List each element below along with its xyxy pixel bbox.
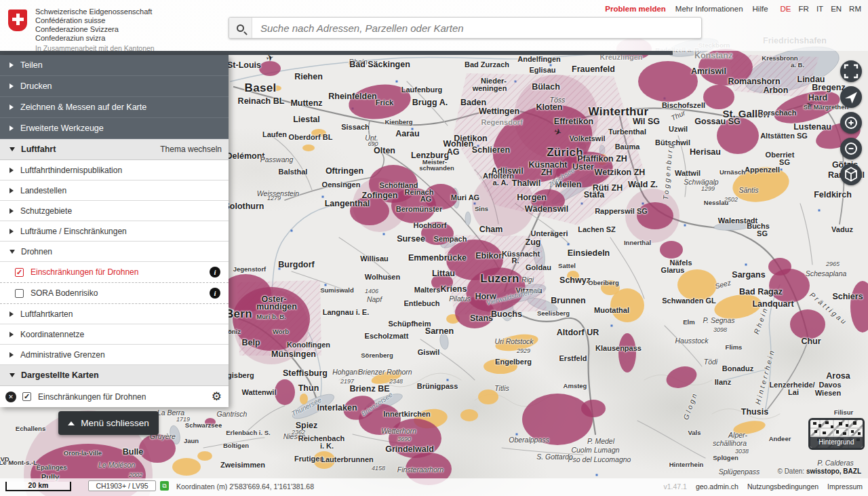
footer-link-geoadmin[interactable]: geo.admin.ch xyxy=(696,482,738,491)
map-label: Muri b. B. xyxy=(256,313,285,320)
map-label: Lustenau xyxy=(793,123,831,132)
catalog-item-3[interactable]: Lufträume / Einschränkungen xyxy=(0,221,229,242)
footer-links: v1.47.1 geo.admin.ch Nutzungsbedingungen… xyxy=(663,482,863,491)
menu-close-button[interactable]: Menü schliessen xyxy=(58,411,159,435)
geolocate-button[interactable] xyxy=(840,86,862,108)
catalog2-item-1[interactable]: Koordinatennetze xyxy=(0,324,229,345)
item-label: Drohnen xyxy=(21,247,52,256)
footer-link-terms[interactable]: Nutzungsbedingungen xyxy=(747,482,818,491)
footer-link-impressum[interactable]: Impressum xyxy=(827,482,863,491)
map-label: Pilatus xyxy=(449,295,471,303)
map-label: Säntis xyxy=(738,187,758,194)
sidebar-tool-2[interactable]: Zeichnen & Messen auf der Karte xyxy=(0,97,229,118)
toggle-3d-button[interactable] xyxy=(840,164,862,185)
sidebar-tool-0[interactable]: Teilen xyxy=(0,55,229,76)
map-label: Cuolm Lumagn xyxy=(571,446,619,454)
language-switcher: DEFRITENRM xyxy=(781,5,861,13)
map-label: Innertkirchen xyxy=(383,411,431,418)
more-info-link[interactable]: Mehr Informationen xyxy=(675,5,743,13)
copy-coordinates-icon[interactable]: ⧉ xyxy=(160,481,169,491)
catalog-item-2[interactable]: Schutzgebiete xyxy=(0,201,229,221)
map-label: schällihora xyxy=(713,440,747,447)
map-label: Entlebuch xyxy=(403,300,439,307)
map-label: Erstfeld xyxy=(559,355,587,362)
map-label: Napf xyxy=(367,296,382,303)
map-label: 3690 xyxy=(397,436,411,442)
zoom-out-button[interactable] xyxy=(840,138,862,159)
catalog-item-1[interactable]: Landestellen xyxy=(0,180,229,201)
change-topic-link[interactable]: Thema wechseln xyxy=(160,145,222,154)
map-label: Toggenburg xyxy=(662,142,674,200)
language-fr[interactable]: FR xyxy=(799,5,809,13)
remove-layer-icon[interactable]: ✕ xyxy=(5,392,16,402)
map-label: a. B. xyxy=(791,62,804,69)
layer-toggle-1[interactable]: SORA Bodenrisikoi xyxy=(0,283,229,304)
map-label: ZH xyxy=(541,168,553,177)
layer-settings-gear-icon[interactable]: ⚙ xyxy=(212,391,222,402)
app-version: v1.47.1 xyxy=(663,482,686,491)
layer-toggle-0[interactable]: ✓Einschränkungen für Drohneni xyxy=(0,262,229,283)
map-label: Oensingen xyxy=(322,181,361,189)
map-label: Altstätten SG xyxy=(760,132,808,140)
map-label: Langenthal xyxy=(325,199,370,208)
map-label: Boltigen xyxy=(223,442,249,449)
coordinates-readout: Koordinaten (m) 2'583'669.64, 1'161'381.… xyxy=(176,482,314,491)
projection-select[interactable]: CH1903+ / LV95 xyxy=(88,480,156,491)
item-label: Luftfahrt xyxy=(21,145,56,154)
language-de[interactable]: DE xyxy=(781,5,791,13)
layer-checkbox[interactable]: ✓ xyxy=(15,268,24,277)
language-rm[interactable]: RM xyxy=(849,5,861,13)
map-label: Vaduz xyxy=(831,226,853,233)
map-label: 3098 xyxy=(713,327,727,333)
report-problem-link[interactable]: Problem melden xyxy=(605,5,665,13)
map-label: Aarau xyxy=(395,130,419,138)
search-icon-button[interactable] xyxy=(229,18,252,38)
catalog-item-0[interactable]: Luftfahrthindernispublikation xyxy=(0,160,229,180)
map-label: Schlieren xyxy=(472,146,510,155)
language-it[interactable]: IT xyxy=(816,5,823,13)
map-label: Echallens xyxy=(16,425,45,432)
catalog2-item-2[interactable]: Administrative Grenzen xyxy=(0,345,229,365)
map-label: SG xyxy=(757,230,768,237)
fullscreen-button[interactable] xyxy=(840,60,862,82)
map-label: Wettingen xyxy=(479,107,519,116)
confederation-logo[interactable]: Schweizerische Eidgenossenschaft Confédé… xyxy=(8,7,155,53)
chevron-right-icon xyxy=(9,311,14,317)
background-selector[interactable]: Hintergrund xyxy=(808,418,865,450)
sidebar-tool-1[interactable]: Drucken xyxy=(0,76,229,97)
search-input[interactable] xyxy=(252,22,701,34)
map-label: Arbon xyxy=(764,86,789,95)
help-link[interactable]: Hilfe xyxy=(753,5,768,13)
item-label: Einschränkungen für Drohnen xyxy=(31,267,138,277)
map-label: Pso del Lucomagno xyxy=(568,456,631,463)
topic-header-luftfahrt[interactable]: LuftfahrtThema wechseln xyxy=(0,139,229,160)
map-label: Laufenburg xyxy=(401,86,443,94)
displayed-layer-checkbox[interactable]: ✓ xyxy=(22,392,31,401)
layer-info-icon[interactable]: i xyxy=(210,288,220,299)
layer-info-icon[interactable]: i xyxy=(210,267,220,278)
language-en[interactable]: EN xyxy=(831,5,842,13)
catalog2-item-0[interactable]: Luftfahrtkarten xyxy=(0,304,229,324)
map-label: Willisau xyxy=(360,255,388,263)
header: Schweizerische Eidgenossenschaft Confédé… xyxy=(0,0,868,51)
map-label: Winterthur xyxy=(589,106,649,117)
map-label: Muri AG xyxy=(451,194,479,202)
map-label: Herisau xyxy=(690,148,721,157)
chevron-down-icon xyxy=(9,373,15,377)
map-label: Bad Ragaz xyxy=(739,288,783,297)
map-label: Giswil xyxy=(418,349,439,356)
map-label: Hochdorf xyxy=(414,222,447,229)
data-attribution[interactable]: © Daten: swisstopo, BAZL xyxy=(777,468,861,475)
displayed-maps-header[interactable]: Dargestellte Karten xyxy=(0,365,229,386)
sidebar-tool-3[interactable]: Erweiterte Werkzeuge xyxy=(0,118,229,139)
map-label: Brünigpass xyxy=(417,383,458,390)
map-label: Baden xyxy=(460,98,486,107)
map-label: Amriswil xyxy=(691,67,726,76)
item-label: Administrative Grenzen xyxy=(20,350,105,360)
catalog-item-drohnen[interactable]: Drohnen xyxy=(0,242,229,262)
zoom-in-button[interactable] xyxy=(840,112,862,134)
layer-checkbox[interactable] xyxy=(15,289,24,298)
item-label: Luftfahrtkarten xyxy=(20,309,73,319)
logo-text: Schweizerische Eidgenossenschaft Confédé… xyxy=(35,7,155,53)
map-label: St-Louis xyxy=(227,61,261,70)
